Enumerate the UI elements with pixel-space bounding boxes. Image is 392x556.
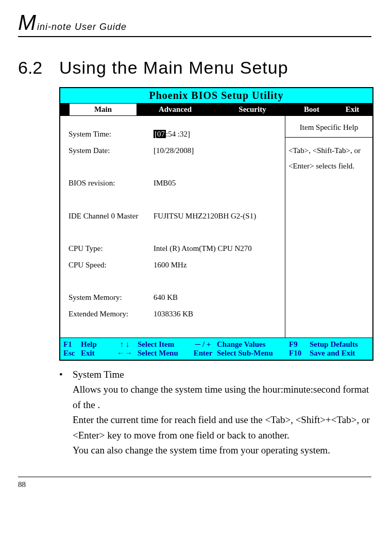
bios-footer: F1 Help ↑ ↓ Select Item ─ / + Change Val… [60, 338, 372, 360]
time-rest: :54 :32] [166, 130, 190, 138]
value-cpu-speed: 1600 MHz [154, 257, 279, 274]
action-exit: Exit [81, 349, 112, 358]
label-cpu-speed: CPU Speed: [69, 257, 154, 274]
value-system-time[interactable]: [07:54 :32] [154, 126, 279, 143]
tab-boot[interactable]: Boot [291, 104, 332, 115]
label-system-date: System Date: [69, 143, 154, 159]
row-system-time: System Time: [07:54 :32] [69, 126, 279, 143]
label-system-time: System Time: [69, 126, 154, 143]
bullet-content: System Time Allows you to change the sys… [73, 367, 373, 458]
page-header: M ini-note User Guide [18, 10, 371, 37]
spacer [69, 273, 279, 290]
key-f1: F1 [63, 340, 81, 349]
tab-advanced[interactable]: Advanced [137, 104, 214, 115]
spacer [69, 159, 279, 175]
key-f10: F10 [289, 349, 310, 358]
tab-exit[interactable]: Exit [332, 104, 372, 115]
value-ide: FUJITSU MHZ2120BH G2-(S1) [154, 208, 279, 225]
tab-pad [60, 104, 70, 115]
label-ide: IDE Channel 0 Master [69, 208, 154, 225]
key-enter: Enter [189, 349, 217, 358]
key-f9: F9 [289, 340, 310, 349]
row-ext-mem: Extended Memory: 1038336 KB [69, 306, 279, 323]
bios-title: Phoenix BIOS Setup Utility [60, 88, 372, 104]
value-system-date[interactable]: [10/28/2008] [154, 143, 279, 159]
action-select-item: Select Item [138, 340, 189, 349]
key-updown: ↑ ↓ [112, 340, 138, 349]
bios-body: System Time: [07:54 :32] System Date: [1… [60, 115, 372, 338]
footer-row-2: Esc Exit ←→ Select Menu Enter Select Sub… [63, 349, 369, 358]
tab-main[interactable]: Main [70, 104, 137, 115]
body-text: • System Time Allows you to change the s… [59, 367, 373, 458]
label-bios-rev: BIOS revision: [69, 175, 154, 192]
value-ext-mem: 1038336 KB [154, 306, 279, 323]
help-text: <Tab>, <Shift-Tab>, or <Enter> selects f… [285, 138, 372, 179]
bullet-item: • System Time Allows you to change the s… [59, 367, 373, 458]
action-setup-defaults: Setup Defaults [310, 340, 369, 349]
row-bios-rev: BIOS revision: IMB05 [69, 175, 279, 192]
section-number: 6.2 [18, 58, 59, 78]
header-text: ini-note User Guide [37, 22, 127, 32]
section-heading: 6.2 Using the Main Menu Setup [18, 58, 371, 78]
bullet-dot-icon: • [59, 367, 73, 458]
footer-row-1: F1 Help ↑ ↓ Select Item ─ / + Change Val… [63, 340, 369, 349]
bios-help-panel: Item Specific Help <Tab>, <Shift-Tab>, o… [285, 116, 372, 338]
label-ext-mem: Extended Memory: [69, 306, 154, 323]
time-hour-selected[interactable]: [07 [154, 130, 166, 138]
key-minusplus: ─ / + [189, 340, 217, 349]
value-cpu-type: Intel (R) Atom(TM) CPU N270 [154, 241, 279, 257]
value-bios-rev: IMB05 [154, 175, 279, 192]
spacer [69, 224, 279, 241]
row-system-date: System Date: [10/28/2008] [69, 143, 279, 159]
spacer [69, 192, 279, 208]
action-select-submenu: Select Sub-Menu [217, 349, 289, 358]
paragraph-3: You can also change the system time from… [73, 443, 373, 458]
paragraph-2: Enter the current time for reach field a… [73, 412, 373, 443]
page: M ini-note User Guide 6.2 Using the Main… [0, 0, 392, 499]
page-number: 88 [18, 480, 371, 489]
tab-security[interactable]: Security [214, 104, 291, 115]
value-sys-mem: 640 KB [154, 290, 279, 306]
action-select-menu: Select Menu [138, 349, 189, 358]
section-title: Using the Main Menu Setup [59, 58, 288, 78]
label-cpu-type: CPU Type: [69, 241, 154, 257]
header-initial: M [18, 10, 37, 35]
action-save-exit: Save and Exit [310, 349, 369, 358]
bios-main-panel: System Time: [07:54 :32] System Date: [1… [60, 116, 285, 338]
bullet-title: System Time [73, 367, 373, 382]
help-title: Item Specific Help [285, 116, 372, 138]
page-footer: 88 [18, 477, 371, 489]
paragraph-1: Allows you to change the system time usi… [73, 382, 373, 412]
row-sys-mem: System Memory: 640 KB [69, 290, 279, 306]
action-change-values: Change Values [217, 340, 289, 349]
row-cpu-type: CPU Type: Intel (R) Atom(TM) CPU N270 [69, 241, 279, 257]
row-cpu-speed: CPU Speed: 1600 MHz [69, 257, 279, 274]
key-esc: Esc [63, 349, 81, 358]
action-help: Help [81, 340, 112, 349]
key-leftright: ←→ [112, 349, 138, 358]
label-sys-mem: System Memory: [69, 290, 154, 306]
bios-screenshot: Phoenix BIOS Setup Utility Main Advanced… [59, 87, 373, 361]
bios-tabs: Main Advanced Security Boot Exit [60, 104, 372, 115]
row-ide: IDE Channel 0 Master FUJITSU MHZ2120BH G… [69, 208, 279, 225]
